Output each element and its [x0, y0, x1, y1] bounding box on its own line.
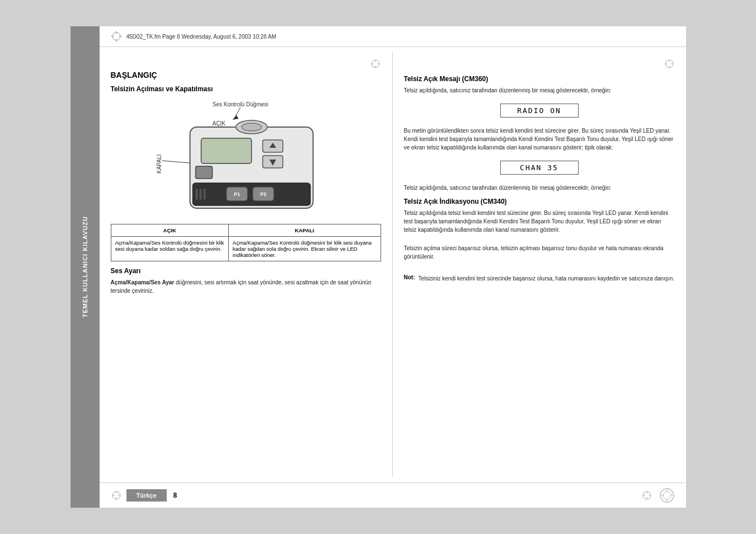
section1-body: Bu metin görüntülendikten sonra telsiz k…: [404, 127, 675, 152]
footer-page-number: 8: [173, 491, 177, 499]
note-label: Not:: [404, 274, 415, 283]
bottom-left-crosshair: [111, 490, 122, 501]
device-diagram: Ses Kontrolü Düğmesi AÇIK KAPALI: [111, 96, 381, 219]
svg-line-11: [234, 107, 240, 118]
section1-outro: Telsiz açıldığında, satıcınız tarafından…: [404, 184, 675, 192]
display-box-1-wrapper: RADIO ON: [404, 99, 675, 122]
top-right-corner-crosshair: [664, 58, 675, 69]
svg-rect-33: [199, 189, 201, 200]
svg-text:Ses Kontrolü Düğmesi: Ses Kontrolü Düğmesi: [212, 101, 268, 107]
radio-on-display: RADIO ON: [500, 104, 579, 118]
right-column: Telsiz Açık Mesajı (CM360) Telsiz açıldı…: [393, 53, 686, 477]
svg-text:AÇIK: AÇIK: [212, 120, 226, 127]
section2-body2: Telsizin açılma süreci başarısız olursa,…: [404, 244, 675, 261]
sidebar: TEMEL KULLANICI KILAVUZU: [71, 26, 100, 508]
table-cell-kapali: Açma/Kapama/Ses Kontrolü düğmesini bir k…: [228, 237, 381, 261]
svg-rect-35: [195, 166, 212, 179]
content-columns: BAŞLANGIÇ Telsizin Açılması ve Kapatılma…: [100, 47, 686, 483]
svg-text:P2: P2: [260, 191, 266, 197]
svg-rect-32: [195, 189, 198, 200]
svg-rect-22: [201, 138, 251, 163]
table-header-acik: AÇIK: [111, 224, 228, 237]
table-header-kapali: KAPALI: [228, 224, 381, 237]
section1-intro: Telsiz açıldığında, satıcınız tarafından…: [404, 86, 675, 95]
section2-body1: Telsiz açıldığında telsiz kendi kendini …: [404, 209, 675, 234]
chan-display: CHAN 35: [500, 161, 579, 175]
svg-point-52: [663, 491, 671, 499]
file-info: 45D02_TK.fm Page 8 Wednesday, August 6, …: [126, 34, 276, 40]
svg-text:P1: P1: [233, 191, 240, 197]
sidebar-label: TEMEL KULLANICI KILAVUZU: [82, 216, 88, 317]
top-left-crosshair-icon: [111, 31, 122, 42]
svg-rect-27: [192, 183, 310, 205]
top-right-corner-mark: [370, 58, 381, 69]
acik-bold: Açma/Kapama/Ses Kontrolü: [115, 240, 182, 246]
ses-ayari-body: Açma/Kapama/Ses Ayar düğmesini, sesi art…: [111, 278, 381, 295]
kapali-bold: Açma/Kapama/Ses Kontrolü: [233, 240, 299, 246]
subsection1-title: Telsizin Açılması ve Kapatılması: [111, 85, 381, 93]
left-column: BAŞLANGIÇ Telsizin Açılması ve Kapatılma…: [100, 53, 393, 477]
top-bar: 45D02_TK.fm Page 8 Wednesday, August 6, …: [100, 26, 686, 47]
bottom-center-crosshair: [641, 490, 652, 501]
note-row: Not: Telsiziniz kendi kendini test sürec…: [404, 274, 675, 283]
footer-language-tab: Türkçe: [126, 489, 167, 502]
ses-ayari-title: Ses Ayarı: [111, 267, 381, 275]
section2-title: Telsiz Açık İndikasyonu (CM340): [404, 198, 675, 205]
svg-point-21: [241, 123, 261, 131]
svg-rect-34: [203, 189, 205, 200]
table-cell-acik: Açma/Kapama/Ses Kontrolü düğmesini bir k…: [111, 237, 228, 261]
footer: Türkçe 8: [100, 483, 686, 508]
open-close-table: AÇIK KAPALI Açma/Kapama/Ses Kontrolü düğ…: [111, 224, 381, 261]
ses-ayari-bold: Açma/Kapama/Ses Ayar: [111, 279, 175, 285]
main-title: BAŞLANGIÇ: [111, 71, 381, 79]
device-illustration: Ses Kontrolü Düğmesi AÇIK KAPALI: [111, 96, 381, 219]
svg-text:KAPALI: KAPALI: [156, 154, 162, 174]
page-container: TEMEL KULLANICI KILAVUZU 45D02_TK.fm Pag…: [0, 0, 756, 534]
display-box-2-wrapper: CHAN 35: [404, 156, 675, 179]
main-content: 45D02_TK.fm Page 8 Wednesday, August 6, …: [100, 26, 686, 508]
bottom-right-circle-mark: [659, 488, 675, 503]
table-row: Açma/Kapama/Ses Kontrolü düğmesini bir k…: [111, 237, 381, 261]
note-text: Telsiziniz kendi kendini test sürecinde …: [419, 274, 674, 283]
section1-title: Telsiz Açık Mesajı (CM360): [404, 75, 675, 83]
document-page: TEMEL KULLANICI KILAVUZU 45D02_TK.fm Pag…: [71, 26, 686, 508]
